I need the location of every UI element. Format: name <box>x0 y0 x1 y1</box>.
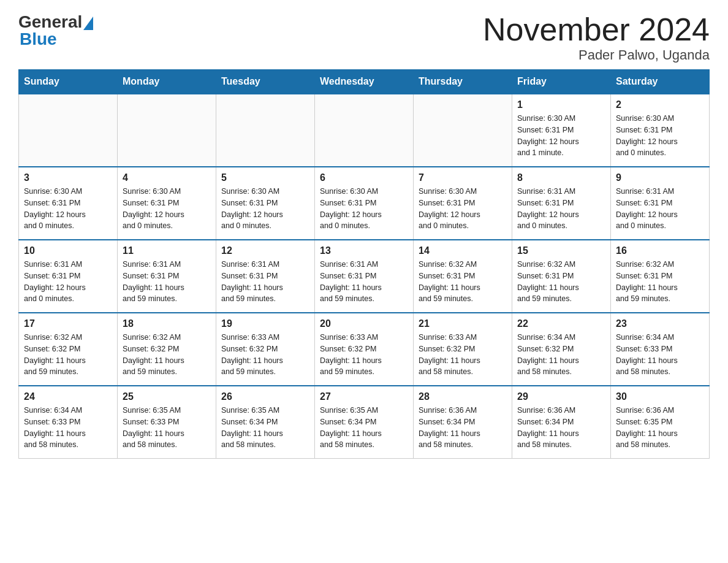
calendar-cell: 29Sunrise: 6:36 AMSunset: 6:34 PMDayligh… <box>512 386 611 459</box>
day-number: 30 <box>616 391 704 402</box>
day-number: 23 <box>616 318 704 329</box>
calendar-header-sunday: Sunday <box>19 70 118 94</box>
day-info: Sunrise: 6:32 AMSunset: 6:31 PMDaylight:… <box>616 259 704 305</box>
day-number: 25 <box>123 391 211 402</box>
calendar-cell: 13Sunrise: 6:31 AMSunset: 6:31 PMDayligh… <box>315 240 414 313</box>
day-info: Sunrise: 6:33 AMSunset: 6:32 PMDaylight:… <box>419 332 507 378</box>
day-info: Sunrise: 6:36 AMSunset: 6:34 PMDaylight:… <box>517 405 605 451</box>
day-info: Sunrise: 6:31 AMSunset: 6:31 PMDaylight:… <box>24 259 112 305</box>
day-number: 24 <box>24 391 112 402</box>
calendar-cell: 10Sunrise: 6:31 AMSunset: 6:31 PMDayligh… <box>19 240 118 313</box>
day-info: Sunrise: 6:32 AMSunset: 6:31 PMDaylight:… <box>419 259 507 305</box>
calendar-cell: 25Sunrise: 6:35 AMSunset: 6:33 PMDayligh… <box>118 386 216 459</box>
calendar-cell: 19Sunrise: 6:33 AMSunset: 6:32 PMDayligh… <box>216 313 315 386</box>
calendar-cell: 3Sunrise: 6:30 AMSunset: 6:31 PMDaylight… <box>19 167 118 240</box>
logo: General Blue <box>18 12 93 49</box>
day-info: Sunrise: 6:30 AMSunset: 6:31 PMDaylight:… <box>221 186 309 232</box>
day-info: Sunrise: 6:34 AMSunset: 6:32 PMDaylight:… <box>517 332 605 378</box>
day-info: Sunrise: 6:31 AMSunset: 6:31 PMDaylight:… <box>517 186 605 232</box>
day-number: 2 <box>616 99 704 110</box>
day-number: 26 <box>221 391 309 402</box>
location-title: Pader Palwo, Uganda <box>483 47 710 63</box>
calendar-cell: 6Sunrise: 6:30 AMSunset: 6:31 PMDaylight… <box>315 167 414 240</box>
day-number: 13 <box>320 245 408 256</box>
day-number: 17 <box>24 318 112 329</box>
day-info: Sunrise: 6:36 AMSunset: 6:34 PMDaylight:… <box>419 405 507 451</box>
day-number: 1 <box>517 99 605 110</box>
day-number: 9 <box>616 172 704 183</box>
day-info: Sunrise: 6:35 AMSunset: 6:34 PMDaylight:… <box>320 405 408 451</box>
calendar-cell: 18Sunrise: 6:32 AMSunset: 6:32 PMDayligh… <box>118 313 216 386</box>
calendar-header-monday: Monday <box>118 70 216 94</box>
day-info: Sunrise: 6:30 AMSunset: 6:31 PMDaylight:… <box>517 113 605 159</box>
calendar-cell: 27Sunrise: 6:35 AMSunset: 6:34 PMDayligh… <box>315 386 414 459</box>
day-info: Sunrise: 6:34 AMSunset: 6:33 PMDaylight:… <box>24 405 112 451</box>
calendar-week-3: 10Sunrise: 6:31 AMSunset: 6:31 PMDayligh… <box>19 240 710 313</box>
day-number: 14 <box>419 245 507 256</box>
day-number: 3 <box>24 172 112 183</box>
day-number: 11 <box>123 245 211 256</box>
calendar-week-5: 24Sunrise: 6:34 AMSunset: 6:33 PMDayligh… <box>19 386 710 459</box>
day-number: 16 <box>616 245 704 256</box>
calendar-cell: 26Sunrise: 6:35 AMSunset: 6:34 PMDayligh… <box>216 386 315 459</box>
day-info: Sunrise: 6:35 AMSunset: 6:33 PMDaylight:… <box>123 405 211 451</box>
calendar-cell <box>414 94 512 167</box>
calendar-week-2: 3Sunrise: 6:30 AMSunset: 6:31 PMDaylight… <box>19 167 710 240</box>
day-info: Sunrise: 6:30 AMSunset: 6:31 PMDaylight:… <box>419 186 507 232</box>
day-number: 6 <box>320 172 408 183</box>
day-info: Sunrise: 6:32 AMSunset: 6:32 PMDaylight:… <box>123 332 211 378</box>
day-number: 29 <box>517 391 605 402</box>
day-number: 12 <box>221 245 309 256</box>
calendar-cell: 21Sunrise: 6:33 AMSunset: 6:32 PMDayligh… <box>414 313 512 386</box>
calendar-cell: 5Sunrise: 6:30 AMSunset: 6:31 PMDaylight… <box>216 167 315 240</box>
title-section: November 2024 Pader Palwo, Uganda <box>483 12 710 63</box>
calendar-cell: 14Sunrise: 6:32 AMSunset: 6:31 PMDayligh… <box>414 240 512 313</box>
day-number: 8 <box>517 172 605 183</box>
calendar-cell <box>19 94 118 167</box>
day-number: 28 <box>419 391 507 402</box>
calendar-cell: 1Sunrise: 6:30 AMSunset: 6:31 PMDaylight… <box>512 94 611 167</box>
calendar-cell: 15Sunrise: 6:32 AMSunset: 6:31 PMDayligh… <box>512 240 611 313</box>
day-info: Sunrise: 6:33 AMSunset: 6:32 PMDaylight:… <box>320 332 408 378</box>
calendar-cell: 12Sunrise: 6:31 AMSunset: 6:31 PMDayligh… <box>216 240 315 313</box>
day-info: Sunrise: 6:31 AMSunset: 6:31 PMDaylight:… <box>320 259 408 305</box>
calendar-header-row: SundayMondayTuesdayWednesdayThursdayFrid… <box>19 70 710 94</box>
calendar-cell: 20Sunrise: 6:33 AMSunset: 6:32 PMDayligh… <box>315 313 414 386</box>
day-number: 4 <box>123 172 211 183</box>
day-number: 19 <box>221 318 309 329</box>
day-info: Sunrise: 6:36 AMSunset: 6:35 PMDaylight:… <box>616 405 704 451</box>
calendar-header-wednesday: Wednesday <box>315 70 414 94</box>
calendar-cell: 28Sunrise: 6:36 AMSunset: 6:34 PMDayligh… <box>414 386 512 459</box>
day-info: Sunrise: 6:34 AMSunset: 6:33 PMDaylight:… <box>616 332 704 378</box>
day-info: Sunrise: 6:30 AMSunset: 6:31 PMDaylight:… <box>123 186 211 232</box>
calendar-cell: 30Sunrise: 6:36 AMSunset: 6:35 PMDayligh… <box>611 386 710 459</box>
calendar-header-saturday: Saturday <box>611 70 710 94</box>
day-info: Sunrise: 6:35 AMSunset: 6:34 PMDaylight:… <box>221 405 309 451</box>
day-number: 22 <box>517 318 605 329</box>
calendar-week-4: 17Sunrise: 6:32 AMSunset: 6:32 PMDayligh… <box>19 313 710 386</box>
calendar-cell: 17Sunrise: 6:32 AMSunset: 6:32 PMDayligh… <box>19 313 118 386</box>
day-number: 20 <box>320 318 408 329</box>
calendar-header-thursday: Thursday <box>414 70 512 94</box>
calendar-cell <box>118 94 216 167</box>
calendar-header-friday: Friday <box>512 70 611 94</box>
day-info: Sunrise: 6:31 AMSunset: 6:31 PMDaylight:… <box>123 259 211 305</box>
day-info: Sunrise: 6:31 AMSunset: 6:31 PMDaylight:… <box>616 186 704 232</box>
day-number: 5 <box>221 172 309 183</box>
calendar-table: SundayMondayTuesdayWednesdayThursdayFrid… <box>18 69 710 459</box>
day-number: 7 <box>419 172 507 183</box>
day-info: Sunrise: 6:30 AMSunset: 6:31 PMDaylight:… <box>616 113 704 159</box>
day-info: Sunrise: 6:31 AMSunset: 6:31 PMDaylight:… <box>221 259 309 305</box>
calendar-cell: 8Sunrise: 6:31 AMSunset: 6:31 PMDaylight… <box>512 167 611 240</box>
calendar-week-1: 1Sunrise: 6:30 AMSunset: 6:31 PMDaylight… <box>19 94 710 167</box>
day-info: Sunrise: 6:30 AMSunset: 6:31 PMDaylight:… <box>24 186 112 232</box>
calendar-header-tuesday: Tuesday <box>216 70 315 94</box>
month-title: November 2024 <box>483 12 710 47</box>
day-info: Sunrise: 6:30 AMSunset: 6:31 PMDaylight:… <box>320 186 408 232</box>
calendar-cell: 16Sunrise: 6:32 AMSunset: 6:31 PMDayligh… <box>611 240 710 313</box>
day-number: 21 <box>419 318 507 329</box>
calendar-cell: 11Sunrise: 6:31 AMSunset: 6:31 PMDayligh… <box>118 240 216 313</box>
day-info: Sunrise: 6:33 AMSunset: 6:32 PMDaylight:… <box>221 332 309 378</box>
calendar-cell <box>315 94 414 167</box>
calendar-cell: 2Sunrise: 6:30 AMSunset: 6:31 PMDaylight… <box>611 94 710 167</box>
